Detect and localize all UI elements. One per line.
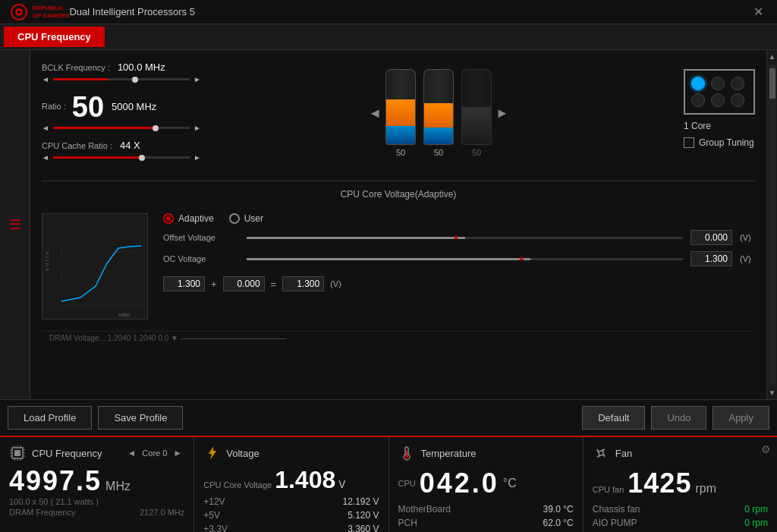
tab-cpu-frequency[interactable]: CPU Frequency — [4, 27, 105, 47]
offset-slider[interactable]: ▲ — [247, 237, 683, 239]
offset-input[interactable]: 0.000 — [690, 230, 732, 245]
voltage-chart-svg: v o l t s ratio — [42, 213, 148, 320]
scroll-thumb[interactable] — [769, 68, 775, 99]
ratio-mhz: 5000 MHz — [112, 101, 156, 112]
user-radio[interactable]: User — [229, 213, 263, 224]
rog-logo: REPUBLICOF GAMERS — [8, 3, 69, 21]
core-dot-2[interactable] — [731, 77, 744, 90]
rog-eye-icon — [8, 3, 30, 21]
ratio-left-arrow[interactable]: ◄ — [42, 124, 49, 132]
bclk-left-arrow[interactable]: ◄ — [42, 75, 49, 83]
close-button[interactable]: ✕ — [747, 3, 769, 20]
fan-icon — [593, 445, 609, 461]
calc-result-input[interactable]: 1.300 — [282, 276, 324, 291]
temperature-panel: Temperature CPU 042.0 °C MotherBoard 39.… — [389, 437, 584, 532]
temp-reading-0: MotherBoard 39.0 °C — [398, 504, 574, 515]
oc-slider[interactable]: ▲ — [247, 258, 683, 260]
core-dot-5[interactable] — [731, 93, 744, 107]
volt-label-0: +12V — [203, 496, 225, 507]
calc-b-input[interactable]: 0.000 — [223, 276, 265, 291]
bclk-row: BCLK Frequency : 100.0 MHz ◄ ► — [42, 61, 201, 83]
core-dot-4[interactable] — [711, 93, 725, 107]
divider-1 — [42, 181, 755, 181]
cylinders-left-arrow[interactable]: ◄ — [364, 105, 385, 121]
dram-value: 2127.0 MHz — [140, 508, 184, 517]
voltage-chart-container: v o l t s ratio — [42, 213, 148, 320]
cylinders-right-arrow[interactable]: ► — [492, 105, 513, 121]
dram-freq-row: DRAM Frequency 2127.0 MHz — [9, 508, 184, 517]
temp-panel-title: Temperature — [421, 448, 477, 459]
cylinder-2: 50 — [423, 69, 454, 157]
cylinder-glass-2 — [423, 69, 454, 145]
cpu-temp-value: 042.0 — [420, 467, 499, 499]
oc-label: OC Voltage — [163, 254, 239, 263]
calc-a-input[interactable]: 1.300 — [163, 276, 205, 291]
adaptive-radio[interactable]: Adaptive — [163, 213, 214, 224]
cpu-temp-label: CPU — [398, 479, 416, 488]
volt-reading-0: +12V 12.192 V — [203, 496, 379, 507]
core-prev-button[interactable]: ◄ — [124, 448, 138, 458]
cylinder-glass-3 — [461, 69, 492, 145]
fan-reading-1: AIO PUMP 0 rpm — [593, 518, 768, 528]
cpu-fan-unit: rpm — [695, 482, 716, 496]
cyl-label-1: 50 — [396, 148, 405, 157]
cpu-temp-unit: °C — [503, 477, 517, 490]
fan-label-1: AIO PUMP — [593, 518, 637, 528]
adaptive-radio-dot — [163, 213, 174, 224]
svg-marker-23 — [209, 446, 216, 460]
cache-right-arrow[interactable]: ► — [193, 153, 201, 162]
user-label: User — [244, 213, 263, 224]
voltage-panel: Voltage CPU Core Voltage 1.408 v +12V 12… — [194, 437, 388, 532]
calc-plus: + — [211, 279, 217, 290]
scroll-down-arrow[interactable]: ▼ — [766, 386, 777, 399]
cpu-fan-value: 1425 — [628, 467, 691, 499]
fan-panel-title: Fan — [615, 448, 632, 459]
menu-icon[interactable]: ☰ — [9, 216, 21, 233]
group-tuning-row: Group Tuning — [684, 137, 754, 148]
oc-triangle: ▲ — [517, 253, 525, 262]
bolt-icon — [203, 445, 220, 461]
offset-label: Offset Voltage — [163, 233, 239, 242]
cpu-fan-row: CPU fan 1425 rpm — [593, 467, 768, 499]
scroll-hint-text: DRAM Voltage... 1.2040 1.2040 0.0 ▼ ————… — [49, 334, 287, 342]
temp-icon — [398, 445, 415, 461]
thermometer-icon — [398, 445, 415, 461]
bclk-right-arrow[interactable]: ► — [193, 75, 201, 83]
group-tuning-checkbox[interactable] — [684, 137, 694, 148]
bclk-label: BCLK Frequency : — [42, 63, 110, 72]
oc-input[interactable]: 1.300 — [690, 251, 732, 266]
apply-button[interactable]: Apply — [713, 406, 769, 430]
scroll-up-arrow[interactable]: ▲ — [766, 50, 777, 63]
fan-value-1: 0 rpm — [744, 518, 768, 528]
voltage-header: Voltage — [203, 445, 379, 461]
cache-left-arrow[interactable]: ◄ — [42, 153, 49, 162]
ratio-number: 50 — [72, 91, 104, 124]
ratio-label: Ratio : — [42, 102, 66, 111]
ratio-row: Ratio : 50 5000 MHz ◄ ► — [42, 91, 201, 132]
load-profile-button[interactable]: Load Profile — [8, 406, 92, 430]
core-dot-1[interactable] — [711, 77, 725, 90]
bclk-track — [53, 78, 190, 80]
scrollbar: ▲ ▼ — [766, 50, 777, 399]
core-dot-3[interactable] — [691, 93, 705, 107]
oc-voltage-row: OC Voltage ▲ 1.300 (V) — [163, 251, 755, 266]
core-next-button[interactable]: ► — [171, 448, 184, 458]
cpu-icon — [9, 445, 26, 461]
voltage-title: CPU Core Voltage(Adaptive) — [42, 189, 755, 200]
voltage-icon — [203, 445, 220, 461]
core-dot-0[interactable] — [691, 77, 705, 90]
ratio-track — [53, 127, 190, 129]
cpu-freq-nav: ◄ Core 0 ► — [124, 448, 184, 458]
save-profile-button[interactable]: Save Profile — [98, 406, 183, 430]
voltage-readings: +12V 12.192 V +5V 5.120 V +3.3V 3.360 V … — [203, 496, 379, 532]
cpu-fan-label: CPU fan — [593, 485, 624, 494]
bclk-value: 100.0 MHz — [118, 61, 165, 73]
fan-readings: Chassis fan 0 rpm AIO PUMP 0 rpm — [593, 504, 768, 528]
volt-label-2: +3.3V — [203, 524, 228, 532]
default-button[interactable]: Default — [582, 406, 645, 430]
ratio-right-arrow[interactable]: ► — [193, 124, 201, 132]
cylinder-glass-1 — [385, 69, 416, 145]
fan-settings-icon[interactable]: ⚙ — [761, 443, 771, 455]
scroll-track[interactable] — [769, 65, 776, 385]
undo-button[interactable]: Undo — [651, 406, 706, 430]
